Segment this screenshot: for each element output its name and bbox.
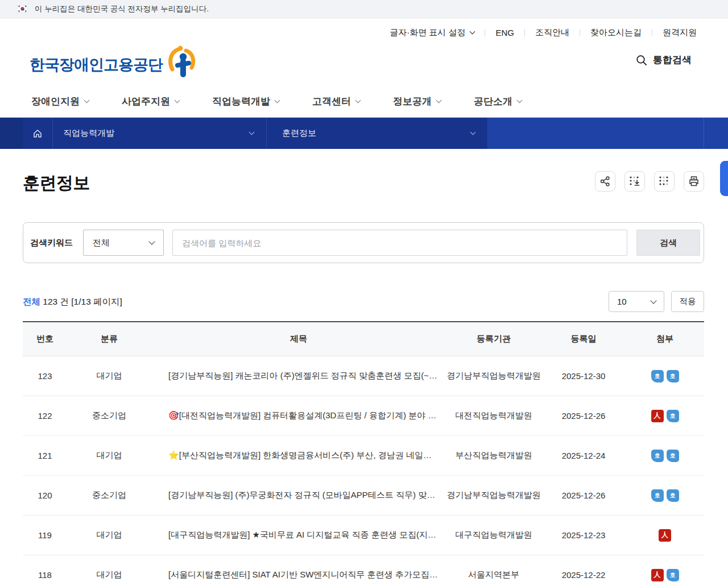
display-settings-link[interactable]: 글자·화면 표시 설정 — [390, 27, 474, 38]
chevron-down-icon — [249, 130, 255, 135]
logo-symbol-icon — [167, 45, 196, 77]
apply-button[interactable]: 적용 — [671, 291, 704, 312]
eng-link[interactable]: ENG — [495, 28, 514, 38]
cell-attachments — [626, 489, 704, 502]
nav-item-info-disclosure[interactable]: 정보공개 — [393, 95, 441, 108]
nav-item-disability-support[interactable]: 장애인지원 — [31, 95, 89, 108]
cell-attachments — [626, 410, 704, 422]
hwp-file-icon[interactable] — [651, 489, 664, 502]
breadcrumb: 직업능력개발 훈련정보 — [0, 118, 728, 149]
cell-category: 대기업 — [67, 450, 151, 461]
cell-date: 2025-12-30 — [541, 371, 626, 381]
nav-item-employer-support[interactable]: 사업주지원 — [122, 95, 179, 108]
cell-attachments — [626, 529, 704, 542]
cell-date: 2025-12-22 — [541, 570, 626, 580]
braille-download-button[interactable] — [624, 171, 645, 192]
search-category-select[interactable]: 전체 — [83, 230, 164, 256]
chevron-down-icon — [470, 29, 475, 35]
print-icon — [688, 175, 700, 188]
chevron-down-icon — [470, 130, 476, 135]
site-logo[interactable]: 한국장애인고용공단 — [30, 45, 196, 77]
divider — [580, 29, 580, 36]
chevron-down-icon — [275, 97, 280, 103]
search-input[interactable] — [172, 230, 627, 256]
pdf-file-icon[interactable] — [659, 529, 671, 542]
hwp-file-icon[interactable] — [667, 450, 679, 462]
gov-banner: 이 누리집은 대한민국 공식 전자정부 누리집입니다. — [0, 0, 728, 18]
pdf-file-icon[interactable] — [651, 569, 664, 581]
org-guide-link[interactable]: 조직안내 — [535, 27, 569, 38]
global-search-label: 통합검색 — [653, 53, 692, 66]
divider — [652, 29, 652, 36]
global-search-button[interactable]: 통합검색 — [636, 53, 692, 66]
page-title: 훈련정보 — [23, 172, 90, 195]
breadcrumb-level1-select[interactable]: 직업능력개발 — [52, 118, 266, 149]
cell-date: 2025-12-26 — [541, 411, 626, 421]
post-title-link[interactable]: [경기남부직능원] 캐논코리아 (주)엔젤위드 정규직 맞춤훈련생 모집(~1.… — [151, 371, 446, 381]
table-row[interactable]: 119 대기업 [대구직업능력개발원] ★국비무료 AI 디지털교육 직종 훈련… — [23, 516, 704, 555]
logo-text: 한국장애인고용공단 — [30, 57, 163, 77]
chevron-down-icon — [650, 297, 656, 304]
post-title-link[interactable]: 🎯[대전직업능력개발원] 컴퓨터활용설계(3D프린팅 / 융합기계) 분야 훈련… — [151, 410, 446, 421]
home-icon — [32, 128, 43, 139]
cell-org: 서울지역본부 — [446, 569, 541, 580]
quick-menu-tab[interactable] — [720, 161, 728, 196]
cell-category: 중소기업 — [67, 410, 151, 421]
per-page-value: 10 — [617, 297, 627, 306]
nav-item-vocational-dev[interactable]: 직업능력개발 — [212, 95, 279, 108]
post-title-link[interactable]: [경기남부직능원] (주)무궁화전자 정규직 (모바일APP테스트 직무) 맞춤… — [151, 490, 446, 501]
share-icon — [599, 176, 611, 187]
hwp-file-icon[interactable] — [667, 569, 679, 581]
table-row[interactable]: 123 대기업 [경기남부직능원] 캐논코리아 (주)엔젤위드 정규직 맞춤훈련… — [23, 356, 704, 396]
pdf-file-icon[interactable] — [651, 410, 664, 422]
main-nav: 장애인지원 사업주지원 직업능력개발 고객센터 정보공개 공단소개 — [0, 85, 728, 118]
cell-no: 122 — [23, 411, 67, 421]
hwp-file-icon[interactable] — [667, 489, 679, 502]
post-title-link[interactable]: [대구직업능력개발원] ★국비무료 AI 디지털교육 직종 훈련생 모집(지하철… — [151, 530, 446, 541]
cell-date: 2025-12-23 — [541, 530, 626, 540]
breadcrumb-filler-end — [704, 118, 728, 149]
results-all-link[interactable]: 전체 — [23, 297, 40, 306]
hwp-file-icon[interactable] — [667, 410, 679, 422]
table-row[interactable]: 121 대기업 ⭐[부산직업능력개발원] 한화생명금융서비스(주) 부산, 경남… — [23, 436, 704, 476]
training-table: 번호 분류 제목 등록기관 등록일 첨부 123 대기업 [경기남부직능원] 캐… — [23, 321, 704, 582]
post-title-link[interactable]: [서울디지털훈련센터] SIAT AI기반 SW엔지니어직무 훈련생 추가모집(… — [151, 569, 446, 580]
hwp-file-icon[interactable] — [651, 370, 664, 383]
share-button[interactable] — [595, 171, 615, 192]
col-header-org: 등록기관 — [446, 334, 541, 344]
print-button[interactable] — [684, 171, 704, 192]
nav-label: 장애인지원 — [31, 95, 80, 108]
table-row[interactable]: 118 대기업 [서울디지털훈련센터] SIAT AI기반 SW엔지니어직무 훈… — [23, 555, 704, 582]
remote-support-link[interactable]: 원격지원 — [663, 27, 697, 38]
directions-link[interactable]: 찾아오시는길 — [590, 27, 642, 38]
cell-org: 경기남부직업능력개발원 — [446, 490, 541, 501]
braille-button[interactable] — [654, 171, 675, 192]
cell-category: 대기업 — [67, 371, 151, 381]
cell-attachments — [626, 450, 704, 462]
post-title-link[interactable]: ⭐[부산직업능력개발원] 한화생명금융서비스(주) 부산, 경남권 네일케어 채… — [151, 450, 446, 461]
cell-org: 경기남부직업능력개발원 — [446, 371, 541, 381]
home-button[interactable] — [23, 118, 52, 149]
cell-no: 118 — [23, 570, 67, 580]
chevron-down-icon — [148, 238, 155, 244]
table-row[interactable]: 120 중소기업 [경기남부직능원] (주)무궁화전자 정규직 (모바일APP테… — [23, 476, 704, 516]
cell-no: 119 — [23, 530, 67, 540]
nav-item-about[interactable]: 공단소개 — [474, 95, 522, 108]
nav-item-customer-center[interactable]: 고객센터 — [312, 95, 360, 108]
col-header-title: 제목 — [151, 334, 446, 344]
cell-org: 대구직업능력개발원 — [446, 530, 541, 541]
divider — [524, 29, 525, 36]
col-header-attachment: 첨부 — [626, 334, 704, 344]
search-button[interactable]: 검색 — [636, 230, 700, 256]
hwp-file-icon[interactable] — [651, 450, 664, 462]
results-summary: 전체 123 건 [1/13 페이지] — [23, 296, 122, 308]
hwp-file-icon[interactable] — [667, 370, 679, 383]
table-row[interactable]: 122 중소기업 🎯[대전직업능력개발원] 컴퓨터활용설계(3D프린팅 / 융합… — [23, 396, 704, 436]
per-page-select[interactable]: 10 — [609, 291, 664, 312]
breadcrumb-level2-select[interactable]: 훈련정보 — [266, 118, 488, 149]
braille-icon — [658, 175, 671, 188]
cell-category: 대기업 — [67, 569, 151, 580]
col-header-no: 번호 — [23, 334, 67, 344]
braille-download-icon — [628, 175, 641, 188]
cell-date: 2025-12-24 — [541, 451, 626, 460]
